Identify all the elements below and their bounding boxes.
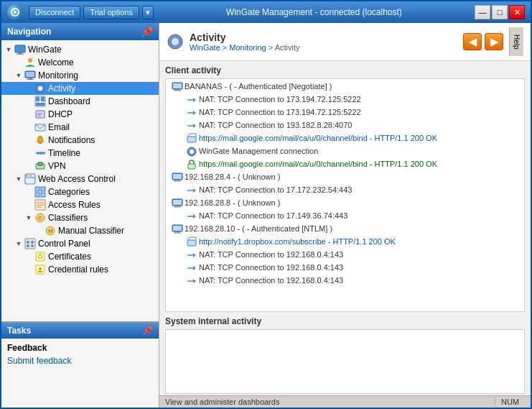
minimize-button[interactable]: — <box>475 5 490 19</box>
breadcrumb-wingate[interactable]: WinGate <box>190 43 220 52</box>
sidebar-item-access-rules[interactable]: Access Rules <box>1 198 159 211</box>
sidebar-item-welcome[interactable]: Welcome <box>1 56 159 69</box>
sidebar-item-timeline[interactable]: Timeline <box>1 147 159 160</box>
submit-feedback-link[interactable]: Submit feedback <box>7 356 71 366</box>
arrow-icon-2 <box>186 107 197 119</box>
window-controls: — □ ✕ <box>475 5 525 19</box>
tasks-sidebar: Tasks 📌 Feedback Submit feedback <box>1 321 159 408</box>
svg-point-11 <box>38 86 42 91</box>
svg-rect-89 <box>187 240 196 246</box>
spacer5 <box>24 123 33 132</box>
sidebar-item-notifications[interactable]: Notifications <box>1 134 159 147</box>
list-item: NAT: TCP Connection to 17.172.232.54:443 <box>172 184 518 197</box>
svg-rect-19 <box>39 142 42 144</box>
sidebar-item-wingate[interactable]: ▼ WinGate <box>1 43 159 56</box>
svg-rect-9 <box>26 72 34 77</box>
forward-button[interactable]: ▶ <box>485 33 503 50</box>
sidebar-item-control-panel[interactable]: ▼ Control Panel <box>1 237 159 250</box>
svg-rect-74 <box>174 180 180 181</box>
tasks-header: Tasks 📌 <box>1 323 159 339</box>
trial-options-button[interactable]: Trial options <box>83 6 139 19</box>
breadcrumb-monitoring[interactable]: Monitoring <box>229 43 266 52</box>
computer-icon <box>172 81 183 93</box>
sidebar-item-monitoring[interactable]: ▼ Monitoring <box>1 69 159 82</box>
nat-28-8-text: NAT: TCP Connection to 17.149.36.74:443 <box>199 211 347 221</box>
https-text-1: https://mail.google.com/mail/ca/u/0/chan… <box>199 133 437 144</box>
sidebar-label-classifiers: Classifiers <box>48 213 88 223</box>
nat-143-1: NAT: TCP Connection to 192.168.0.4:143 <box>199 249 343 260</box>
main-window: Disconnect Trial options ▾ WinGate Manag… <box>0 0 532 409</box>
svg-rect-72 <box>188 164 195 169</box>
list-item: NAT: TCP Connection to 192.168.0.4:143 <box>172 262 518 275</box>
sidebar-item-classifiers[interactable]: ▼ C Classifiers <box>1 211 159 224</box>
sidebar-item-certificates[interactable]: Certificates <box>1 250 159 263</box>
sidebar-item-categories[interactable]: Categories <box>1 185 159 198</box>
content-header: Activity WinGate > Monitoring > Activity… <box>159 23 531 61</box>
arrow-icon-6 <box>186 249 197 261</box>
list-item: NAT: TCP Connection to 192.168.0.4:143 <box>172 249 518 262</box>
wingate-mgmt-text: WinGate Management connection <box>199 146 318 157</box>
sidebar-item-web-access-control[interactable]: ▼ Web Access Control <box>1 173 159 185</box>
pin-icon[interactable]: 📌 <box>141 26 153 37</box>
svg-point-28 <box>26 175 27 177</box>
sidebar-item-email[interactable]: Email <box>1 121 159 134</box>
breadcrumb-activity: Activity <box>275 43 300 52</box>
host-icon-3 <box>172 198 183 209</box>
svg-rect-57 <box>174 89 180 91</box>
sidebar-label-dhcp: DHCP <box>48 109 73 119</box>
sidebar-label-activity: Activity <box>48 83 75 93</box>
bell-icon <box>34 134 46 146</box>
monitor-icon <box>24 70 36 81</box>
svg-rect-4 <box>17 54 24 55</box>
svg-rect-76 <box>173 174 182 179</box>
timeline-icon <box>34 147 46 159</box>
disconnect-button[interactable]: Disconnect <box>29 6 80 19</box>
svg-marker-94 <box>193 253 196 257</box>
svg-point-22 <box>39 152 42 155</box>
host-bananas-text: BANANAS - ( - Authenticated [Negotiate] … <box>185 81 332 92</box>
svg-rect-13 <box>36 97 39 101</box>
manual-icon: M <box>45 225 56 236</box>
spacer9 <box>24 188 33 196</box>
activity-icon <box>34 83 46 94</box>
sidebar-label-welcome: Welcome <box>38 58 74 68</box>
sidebar-item-dashboard[interactable]: Dashboard <box>1 95 159 108</box>
sidebar-label-certificates: Certificates <box>48 252 91 262</box>
svg-rect-15 <box>36 103 45 106</box>
system-activity-content <box>165 329 525 394</box>
tasks-pin-icon[interactable]: 📌 <box>142 326 153 336</box>
content-title: Activity <box>190 32 457 43</box>
web-icon <box>24 173 36 185</box>
sidebar-item-dhcp[interactable]: IP DHCP <box>1 108 159 121</box>
dropdown-arrow-button[interactable]: ▾ <box>142 6 154 19</box>
svg-point-52 <box>39 267 42 270</box>
svg-rect-88 <box>173 226 182 231</box>
nat-143-2: NAT: TCP Connection to 192.168.0.4:143 <box>199 262 343 273</box>
maximize-button[interactable]: □ <box>492 5 508 19</box>
sidebar-item-activity[interactable]: Activity <box>1 82 159 95</box>
sidebar-item-manual-classifier[interactable]: M Manual Classifier <box>1 224 159 237</box>
help-tab[interactable]: Help <box>509 27 523 56</box>
tasks-title: Tasks <box>7 326 31 336</box>
sidebar-item-vpn[interactable]: VPN <box>1 160 159 173</box>
list-item: 192.168.28.8 - ( Unknown ) <box>172 197 518 210</box>
sidebar-label-categories: Categories <box>48 187 90 197</box>
svg-rect-14 <box>41 97 45 101</box>
list-item: NAT: TCP Connection to 173.194.72.125:52… <box>172 93 518 106</box>
host-28-8-text: 192.168.28.8 - ( Unknown ) <box>185 198 280 208</box>
svg-point-21 <box>37 152 39 155</box>
svg-rect-81 <box>174 207 181 208</box>
svg-marker-63 <box>193 111 196 115</box>
spacer6 <box>24 136 33 144</box>
expand-icon-cp: ▼ <box>14 239 23 248</box>
back-button[interactable]: ◀ <box>463 33 482 50</box>
list-item: WinGate Management connection <box>172 145 518 158</box>
sidebar-item-credential-rules[interactable]: Credential rules <box>1 263 159 276</box>
host-28-4-text: 192.168.28.4 - ( Unknown ) <box>185 172 280 183</box>
secure-link-text: https://mail.google.com/mail/ca/u/0/chan… <box>199 159 437 170</box>
close-button[interactable]: ✕ <box>509 5 525 19</box>
sidebar-label-credential-rules: Credential rules <box>48 265 108 275</box>
list-item: BANANAS - ( - Authenticated [Negotiate] … <box>172 81 518 93</box>
activity-header-icon <box>167 33 184 50</box>
sidebar-header: Navigation 📌 <box>1 23 159 40</box>
